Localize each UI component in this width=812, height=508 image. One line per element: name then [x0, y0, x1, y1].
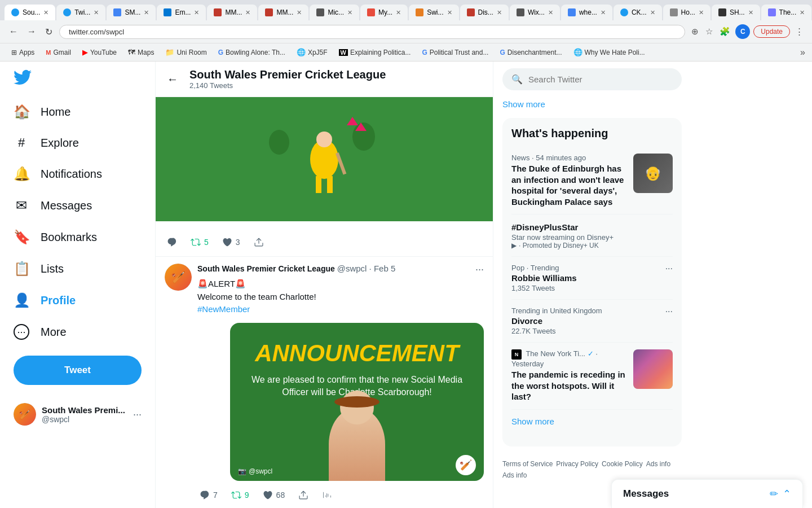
tab-1[interactable]: Sou... ✕: [5, 5, 55, 20]
tab-10[interactable]: Dis... ✕: [460, 5, 509, 20]
forward-nav-button[interactable]: →: [25, 24, 38, 39]
tab-close-15[interactable]: ✕: [748, 9, 753, 16]
tweet-1-avatar[interactable]: 🏏: [165, 264, 192, 291]
bookmark-explaining[interactable]: W Explaining Politica...: [334, 47, 416, 58]
tab-close-8[interactable]: ✕: [396, 9, 401, 16]
sidebar-item-bookmarks[interactable]: 🔖 Bookmarks: [7, 222, 148, 252]
collapse-messages-button[interactable]: ⌃: [783, 488, 791, 500]
retweet-button-1[interactable]: 5: [188, 235, 211, 249]
tab-close-4[interactable]: ✕: [194, 9, 199, 16]
search-input[interactable]: [528, 75, 673, 84]
tab-9[interactable]: Swi... ✕: [409, 5, 458, 20]
update-button[interactable]: Update: [753, 25, 790, 38]
tab-15[interactable]: SH... ✕: [712, 5, 760, 20]
bookmarks-overflow-button[interactable]: »: [800, 47, 805, 58]
bookmark-maps[interactable]: 🗺 Maps: [123, 47, 158, 58]
tab-close-2[interactable]: ✕: [94, 9, 99, 16]
cast-button[interactable]: ⊕: [690, 25, 700, 38]
tab-close-3[interactable]: ✕: [144, 9, 149, 16]
bookmark-apps-label: Apps: [19, 49, 34, 56]
sidebar-item-home[interactable]: 🏠 Home: [7, 97, 148, 126]
footer-more-links[interactable]: Ads info: [502, 471, 527, 479]
like-button-1[interactable]: 3: [220, 235, 242, 249]
analytics-button-tweet1[interactable]: [320, 488, 334, 502]
tab-close-6[interactable]: ✕: [297, 9, 302, 16]
tab-close-14[interactable]: ✕: [699, 9, 704, 16]
trend-nyt-info: N The New York Ti... ✓ · Yesterday The p…: [511, 349, 628, 402]
back-nav-button[interactable]: ←: [7, 24, 20, 39]
tab-close-9[interactable]: ✕: [447, 9, 452, 16]
bookmark-political-trust[interactable]: G Political Trust and...: [417, 47, 493, 58]
reply-button-1[interactable]: [165, 235, 179, 249]
tab-close-7[interactable]: ✕: [347, 9, 352, 16]
sidebar-item-lists[interactable]: 📋 Lists: [7, 254, 148, 283]
tweet-1-more-button[interactable]: ···: [475, 264, 484, 275]
tab-7[interactable]: Mic... ✕: [310, 5, 359, 20]
tab-6[interactable]: MM... ✕: [258, 5, 308, 20]
sidebar-item-home-label: Home: [41, 106, 70, 119]
tab-close-10[interactable]: ✕: [497, 9, 502, 16]
bookmark-gmail[interactable]: M Gmail: [41, 47, 76, 58]
sidebar-item-explore[interactable]: # Explore: [7, 129, 148, 157]
share-button-tweet1[interactable]: [296, 488, 311, 502]
bookmark-apps[interactable]: ⊞ Apps: [7, 47, 39, 58]
bookmark-star-button[interactable]: ☆: [704, 25, 714, 38]
feed-back-button[interactable]: ←: [165, 71, 180, 88]
compose-message-button[interactable]: ✏: [770, 488, 778, 500]
sidebar-user-menu[interactable]: 🏏 South Wales Premi... @swpcl ···: [7, 396, 148, 432]
tweet-button[interactable]: Tweet: [14, 356, 142, 385]
bookmark-xpj5f[interactable]: 🌐 XpJ5F: [292, 47, 332, 58]
sidebar-item-messages[interactable]: ✉ Messages: [7, 191, 148, 220]
bookmark-whyhate[interactable]: 🌐 Why We Hate Poli...: [569, 47, 650, 58]
tab-5[interactable]: MM... ✕: [207, 5, 257, 20]
twitter-logo[interactable]: [7, 62, 148, 95]
tab-close-13[interactable]: ✕: [650, 9, 655, 16]
reply-button-tweet1[interactable]: 7: [197, 488, 220, 502]
tweet-1-header: South Wales Premier Cricket League @swpc…: [197, 264, 484, 275]
search-box[interactable]: 🔍: [502, 68, 682, 90]
tab-14[interactable]: Ho... ✕: [663, 5, 710, 20]
trend-nyt[interactable]: N The New York Ti... ✓ · Yesterday The p…: [511, 343, 673, 410]
profile-avatar-button[interactable]: C: [735, 24, 750, 39]
tab-13[interactable]: CK... ✕: [614, 5, 662, 20]
trend-disney[interactable]: #DisneyPlusStar Star now streaming on Di…: [511, 214, 673, 257]
tab-3[interactable]: SM... ✕: [107, 5, 156, 20]
address-input[interactable]: [59, 25, 685, 39]
show-more-whats-happening[interactable]: Show more: [511, 410, 673, 428]
tab-close-16[interactable]: ✕: [800, 9, 805, 16]
retweet-button-tweet1[interactable]: 9: [229, 488, 251, 502]
sidebar-item-profile[interactable]: 👤 Profile: [7, 286, 148, 315]
trend-robbie[interactable]: Pop · Trending Robbie Williams 1,352 Twe…: [511, 257, 673, 300]
tab-close-5[interactable]: ✕: [245, 9, 250, 16]
tab-11[interactable]: Wix... ✕: [510, 5, 560, 20]
tab-16[interactable]: The... ✕: [761, 5, 812, 20]
share-button-1[interactable]: [251, 235, 266, 249]
trend-duke[interactable]: News · 54 minutes ago The Duke of Edinbu…: [511, 147, 673, 214]
menu-button[interactable]: ⋮: [793, 25, 805, 38]
like-button-tweet1[interactable]: 68: [261, 488, 288, 502]
trend-divorce[interactable]: Trending in United Kingdom Divorce 22.7K…: [511, 300, 673, 343]
bookmark-bowling[interactable]: G Bowling Alone: Th...: [214, 47, 290, 58]
tab-8[interactable]: My... ✕: [360, 5, 408, 20]
bookmark-uniroom[interactable]: 📁 Uni Room: [161, 47, 211, 58]
tab-close-12[interactable]: ✕: [601, 9, 606, 16]
bookmark-disenchantment[interactable]: G Disenchantment...: [495, 47, 566, 58]
tab-12[interactable]: whe... ✕: [561, 5, 612, 20]
tab-2[interactable]: Twi... ✕: [56, 5, 105, 20]
tab-4[interactable]: Em... ✕: [157, 5, 206, 20]
tweet-1-hashtag[interactable]: #NewMember: [197, 303, 484, 316]
extensions-button[interactable]: 🧩: [718, 25, 732, 38]
trend-robbie-more-button[interactable]: ···: [665, 264, 673, 274]
trend-divorce-more-button[interactable]: ···: [665, 306, 673, 317]
tab-close-1[interactable]: ✕: [43, 9, 48, 16]
show-more-top[interactable]: Show more: [502, 99, 682, 109]
sidebar-item-more[interactable]: ··· More: [7, 317, 148, 347]
footer-cookie[interactable]: Cookie Policy: [602, 460, 643, 468]
tab-close-11[interactable]: ✕: [548, 9, 553, 16]
reload-button[interactable]: ↻: [43, 24, 55, 40]
bookmark-youtube[interactable]: ▶ YouTube: [78, 47, 121, 58]
sidebar-item-notifications[interactable]: 🔔 Notifications: [7, 159, 148, 189]
footer-terms[interactable]: Terms of Service: [502, 460, 553, 468]
footer-privacy[interactable]: Privacy Policy: [556, 460, 598, 468]
footer-ads[interactable]: Ads info: [646, 460, 670, 468]
